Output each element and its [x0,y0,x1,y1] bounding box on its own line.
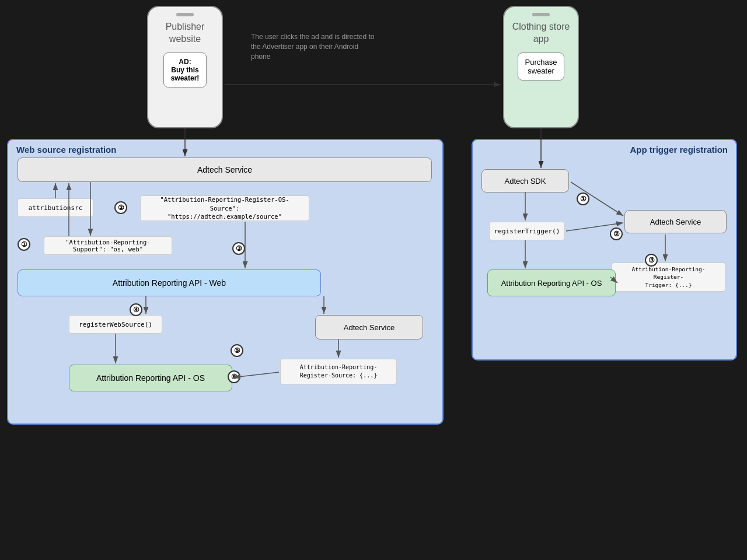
web-adtech-service-top: Adtech Service [18,158,432,182]
clothing-phone-title: Clothing store app [512,21,570,46]
caption-text: The user clicks the ad and is directed t… [251,33,374,61]
app-step-1: ① [577,192,589,205]
web-section-title: Web source registration [16,145,116,155]
diagram-area: Publisher website AD: Buy thissweater! C… [0,0,747,560]
web-step-1: ① [18,238,30,251]
publisher-phone-title: Publisher website [166,21,205,46]
web-step-3: ③ [232,242,245,255]
register-web-source-box: registerWebSource() [69,315,162,334]
attribution-register-source-box: Attribution-Reporting-Register-Source: {… [280,359,397,384]
ad-caption: The user clicks the ad and is directed t… [251,32,379,61]
web-step-5: ⑤ [231,344,243,357]
clothing-phone-notch [532,13,550,16]
adtech-sdk-box: Adtech SDK [481,169,569,192]
ad-label: AD: [179,58,191,66]
app-step-3: ③ [645,254,658,267]
publisher-ad-button: AD: Buy thissweater! [163,52,207,88]
web-step-4: ④ [130,303,142,316]
attribution-api-web-box: Attribution Reporting API - Web [18,270,321,296]
phone-notch [176,13,194,16]
app-attribution-api-os-box: Attribution Reporting API - OS [487,270,616,296]
attributionsrc-box: attributionsrc [18,198,93,217]
web-attribution-api-os-box: Attribution Reporting API - OS [69,365,232,391]
publisher-phone: Publisher website AD: Buy thissweater! [147,6,223,128]
app-step-2: ② [610,228,623,240]
ad-text: Buy thissweater! [171,66,200,82]
web-step-2: ② [114,201,127,214]
attribution-register-os-source-box: "Attribution-Reporting-Register-OS-Sourc… [140,195,309,221]
web-adtech-service-bottom: Adtech Service [315,315,423,340]
web-step-6: ⑥ [228,370,240,383]
register-trigger-box: registerTrigger() [489,222,565,240]
clothing-phone: Clothing store app Purchase sweater [503,6,579,128]
attribution-register-trigger-box: Attribution-Reporting-Register-Trigger: … [612,262,725,292]
app-adtech-service-box: Adtech Service [624,210,727,233]
purchase-button: Purchase sweater [518,52,565,80]
attribution-support-box: "Attribution-Reporting-Support": "os, we… [44,236,172,255]
app-section-title: App trigger registration [630,145,728,155]
